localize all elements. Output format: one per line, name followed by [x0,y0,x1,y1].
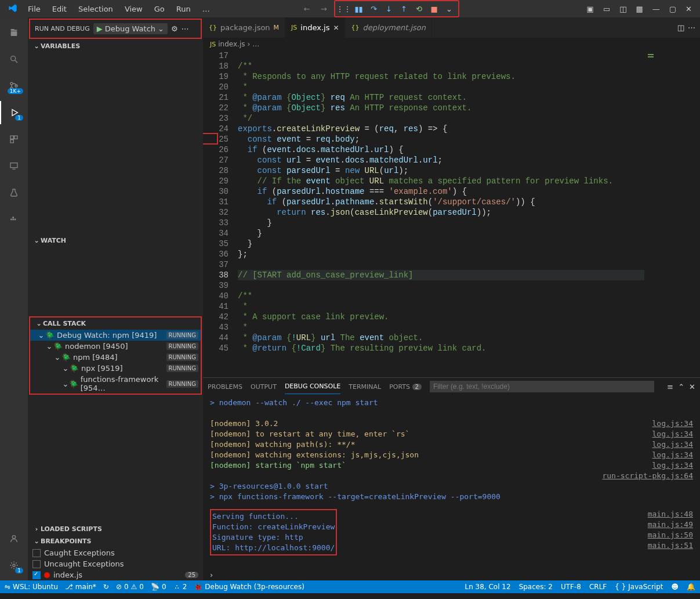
source-link[interactable]: log.js:34 [652,460,693,471]
split-editor-icon[interactable]: ◫ [677,23,684,32]
tab-package-json[interactable]: {}package.jsonM [203,17,285,38]
tab-debug-console[interactable]: DEBUG CONSOLE [285,379,340,394]
window-minimize-icon[interactable]: — [649,2,663,16]
scm-icon[interactable]: 1K+ [0,74,28,98]
menu-edit[interactable]: Edit [48,2,71,16]
checkbox-icon[interactable] [32,549,41,557]
callstack-item[interactable]: ⌄🪲nodemon [9450]RUNNING [30,341,201,352]
collapse-icon[interactable]: ⌃ [678,383,684,391]
testing-icon[interactable] [0,181,28,204]
problems-item[interactable]: ⊘ 0 ⚠ 0 [116,583,144,591]
callstack-item[interactable]: ⌄🪲Debug Watch: npm [9419]RUNNING [30,330,201,341]
breadcrumb[interactable]: JS index.js › … [203,38,700,50]
encoding[interactable]: UTF-8 [561,583,581,591]
source-link[interactable]: main.js:48 [648,509,693,519]
more-icon[interactable]: ⋯ [688,23,695,32]
remote-item[interactable]: ⇋WSL: Ubuntu [5,583,58,591]
start-debug-icon[interactable]: ▶ [97,24,103,33]
menu-selection[interactable]: Selection [74,2,118,16]
window-close-icon[interactable]: ✕ [682,2,695,16]
pause-icon[interactable]: ▮▮ [353,2,365,15]
source-link[interactable]: log.js:34 [652,429,693,439]
feedback-icon[interactable]: ☻ [671,583,679,591]
callstack-item[interactable]: ⌄🪲npm [9484]RUNNING [30,352,201,363]
checkbox-icon[interactable] [32,560,41,568]
source-link[interactable]: log.js:34 [652,439,693,450]
customize-layout-icon[interactable]: ▦ [633,2,647,16]
menu-file[interactable]: File [23,2,45,16]
stop-icon[interactable]: ■ [428,2,441,15]
loaded-scripts-header[interactable]: ›LOADED SCRIPTS [28,523,203,535]
callstack-header[interactable]: ⌄CALL STACK [30,317,201,330]
menu-go[interactable]: Go [150,2,169,16]
extensions-icon[interactable] [0,128,28,151]
checkbox-icon[interactable] [32,571,41,579]
bp-caught[interactable]: Caught Exceptions [28,547,203,558]
callstack-item[interactable]: ⌄🪲npx [9519]RUNNING [30,363,201,374]
nav-back-icon[interactable]: ← [300,5,314,13]
code-editor[interactable]: 1718192021222324252627282930313233343536… [203,50,644,377]
accounts-icon[interactable] [0,527,28,550]
ports-item[interactable]: ⛬ 2 [173,583,187,591]
menu-run[interactable]: Run [172,2,195,16]
minimap[interactable] [644,50,700,377]
spaces[interactable]: Spaces: 2 [519,583,553,591]
variables-header[interactable]: ⌄VARIABLES [28,40,203,52]
remote-explorer-icon[interactable] [0,154,28,178]
source-link[interactable]: main.js:51 [648,540,693,551]
cursor-pos[interactable]: Ln 38, Col 12 [465,583,510,591]
tab-ports[interactable]: PORTS 2 [389,380,422,394]
eol[interactable]: CRLF [589,583,607,591]
source-link[interactable]: main.js:50 [648,530,693,540]
gear-icon[interactable]: 1 [0,554,28,577]
search-icon[interactable] [0,48,28,71]
bp-uncaught[interactable]: Uncaught Exceptions [28,558,203,569]
debug-drag-icon[interactable]: ⋮⋮ [338,2,350,15]
more-icon[interactable]: ⋯ [182,24,189,33]
lang-mode[interactable]: { } JavaScript [615,583,663,591]
step-into-icon[interactable]: ↓ [383,2,396,15]
step-over-icon[interactable]: ↷ [368,2,380,15]
debug-config-select[interactable]: ▶ Debug Watch ⌄ [93,23,168,34]
debug-console[interactable]: > nodemon --watch ./ --exec npm start [n… [203,395,700,569]
tab-deployment-json[interactable]: {}deployment.json [345,17,431,38]
source-link[interactable]: main.js:49 [648,519,693,530]
status-badge: RUNNING [166,365,198,372]
close-icon[interactable]: ✕ [333,24,339,32]
breakpoints-header[interactable]: ⌄BREAKPOINTS [28,535,203,547]
run-debug-icon[interactable]: 1 [0,101,28,124]
menu-more[interactable]: … [198,2,215,16]
restart-icon[interactable]: ⟲ [413,2,426,15]
bp-index[interactable]: index.js25 [28,569,203,580]
watch-header[interactable]: ⌄WATCH [28,234,203,247]
tab-output[interactable]: OUTPUT [251,380,277,394]
close-panel-icon[interactable]: ✕ [689,383,695,391]
filter-input[interactable] [430,381,654,392]
console-prompt[interactable]: › [203,569,700,580]
session-chevron-icon[interactable]: ⌄ [443,2,456,15]
filter-icon[interactable]: ≡ [667,383,673,391]
explorer-icon[interactable] [0,21,28,44]
menu-view[interactable]: View [120,2,147,16]
console-filter[interactable] [430,381,654,392]
panel-toggle-icon[interactable]: ▭ [600,2,614,16]
nav-fwd-icon[interactable]: → [317,5,331,13]
sidebar-toggle-icon[interactable]: ◫ [616,2,630,16]
tab-problems[interactable]: PROBLEMS [208,380,242,394]
window-maximize-icon[interactable]: ▢ [666,2,680,16]
debug-session-item[interactable]: 🐞 Debug Watch (3p-resources) [194,583,304,591]
tab-index-js[interactable]: JSindex.js✕ [285,17,345,38]
bell-icon[interactable]: 🔔 [687,583,695,591]
source-link[interactable]: log.js:34 [652,450,693,460]
source-link[interactable]: run-script-pkg.js:64 [602,471,693,481]
branch-item[interactable]: ⎇main* [65,583,96,591]
callstack-item[interactable]: ⌄🪲functions-framework [954…RUNNING [30,374,201,394]
gear-icon[interactable]: ⚙ [171,24,178,33]
layout-icon[interactable]: ▣ [583,2,597,16]
step-out-icon[interactable]: ↑ [398,2,411,15]
docker-icon[interactable] [0,208,28,231]
radio-item[interactable]: 📡 0 [151,583,166,591]
sync-item[interactable]: ↻ [103,583,109,591]
tab-terminal[interactable]: TERMINAL [349,380,381,394]
source-link[interactable]: log.js:34 [652,418,693,429]
